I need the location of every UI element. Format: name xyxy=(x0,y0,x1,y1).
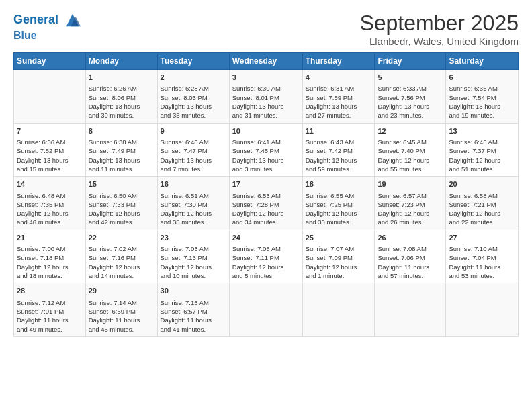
day-info: Daylight: 12 hours xyxy=(306,209,372,218)
day-info: Daylight: 12 hours xyxy=(17,263,83,271)
day-info: and 57 minutes. xyxy=(378,271,443,280)
calendar-cell: 9Sunrise: 6:40 AMSunset: 7:47 PMDaylight… xyxy=(157,123,229,177)
day-info: and 31 minutes. xyxy=(232,111,300,120)
calendar-header-row: Sunday Monday Tuesday Wednesday Thursday… xyxy=(14,53,519,70)
col-tuesday: Tuesday xyxy=(157,53,229,70)
calendar-cell: 1Sunrise: 6:26 AMSunset: 8:06 PMDaylight… xyxy=(85,70,157,124)
col-monday: Monday xyxy=(85,53,157,70)
day-info: Daylight: 12 hours xyxy=(161,263,226,271)
day-info: Sunrise: 6:30 AM xyxy=(232,84,300,93)
day-number: 29 xyxy=(89,286,154,296)
day-info: Sunrise: 7:02 AM xyxy=(89,244,154,253)
day-info: Daylight: 12 hours xyxy=(306,263,372,271)
calendar-cell: 15Sunrise: 6:50 AMSunset: 7:33 PMDayligh… xyxy=(85,177,157,230)
day-info: and 18 minutes. xyxy=(17,271,83,280)
day-info: Sunrise: 7:10 AM xyxy=(449,244,515,253)
day-info: Sunrise: 7:12 AM xyxy=(17,298,83,307)
calendar-cell: 24Sunrise: 7:05 AMSunset: 7:11 PMDayligh… xyxy=(229,230,302,283)
day-info: Sunrise: 6:28 AM xyxy=(161,84,226,93)
day-info: Daylight: 13 hours xyxy=(17,156,83,165)
header-row: General Blue September 2025 Llanbedr, Wa… xyxy=(13,11,519,47)
day-info: Sunrise: 6:55 AM xyxy=(306,191,372,200)
day-info: Sunset: 6:57 PM xyxy=(161,307,226,316)
day-info: Daylight: 11 hours xyxy=(161,316,226,324)
day-info: Daylight: 12 hours xyxy=(449,209,515,218)
day-info: and 22 minutes. xyxy=(449,218,515,226)
day-info: Sunrise: 7:15 AM xyxy=(161,298,226,307)
day-info: Sunrise: 6:43 AM xyxy=(306,138,372,146)
calendar-table: Sunday Monday Tuesday Wednesday Thursday… xyxy=(13,52,519,337)
calendar-cell: 8Sunrise: 6:38 AMSunset: 7:49 PMDaylight… xyxy=(85,123,157,177)
day-info: Daylight: 11 hours xyxy=(449,263,515,271)
col-thursday: Thursday xyxy=(302,53,375,70)
day-info: Sunset: 7:35 PM xyxy=(17,200,83,209)
calendar-cell: 19Sunrise: 6:57 AMSunset: 7:23 PMDayligh… xyxy=(375,177,446,230)
day-info: Sunset: 7:09 PM xyxy=(306,253,372,262)
day-info: Daylight: 12 hours xyxy=(89,263,154,271)
day-info: Sunset: 7:45 PM xyxy=(232,146,300,155)
col-saturday: Saturday xyxy=(446,53,519,70)
calendar-cell: 14Sunrise: 6:48 AMSunset: 7:35 PMDayligh… xyxy=(14,177,86,230)
day-info: Daylight: 13 hours xyxy=(89,156,154,165)
calendar-cell: 3Sunrise: 6:30 AMSunset: 8:01 PMDaylight… xyxy=(229,70,302,124)
day-info: Daylight: 13 hours xyxy=(161,102,226,111)
day-info: Sunset: 7:56 PM xyxy=(378,93,443,102)
calendar-cell: 29Sunrise: 7:14 AMSunset: 6:59 PMDayligh… xyxy=(85,283,157,337)
day-number: 3 xyxy=(232,73,300,83)
calendar-cell: 25Sunrise: 7:07 AMSunset: 7:09 PMDayligh… xyxy=(302,230,375,283)
calendar-cell xyxy=(446,283,519,337)
day-info: and 41 minutes. xyxy=(161,325,226,334)
logo-icon xyxy=(63,11,82,30)
day-info: and 45 minutes. xyxy=(89,325,154,334)
day-info: Sunset: 8:01 PM xyxy=(232,93,300,102)
day-info: Sunset: 7:42 PM xyxy=(306,146,372,155)
day-info: Daylight: 12 hours xyxy=(378,156,443,165)
col-friday: Friday xyxy=(375,53,446,70)
day-info: and 5 minutes. xyxy=(232,271,300,280)
day-info: and 55 minutes. xyxy=(378,165,443,173)
day-number: 18 xyxy=(306,179,372,189)
calendar-cell: 2Sunrise: 6:28 AMSunset: 8:03 PMDaylight… xyxy=(157,70,229,124)
day-info: Sunrise: 7:14 AM xyxy=(89,298,154,307)
day-info: Sunset: 8:06 PM xyxy=(89,93,154,102)
day-info: Sunrise: 6:53 AM xyxy=(232,191,300,200)
day-info: Daylight: 13 hours xyxy=(378,102,443,111)
calendar-cell xyxy=(302,283,375,337)
day-info: Sunset: 7:37 PM xyxy=(449,146,515,155)
day-info: and 38 minutes. xyxy=(161,218,226,226)
day-info: Sunset: 7:16 PM xyxy=(89,253,154,262)
day-info: Sunset: 7:25 PM xyxy=(306,200,372,209)
day-number: 23 xyxy=(161,233,226,243)
day-info: and 15 minutes. xyxy=(17,165,83,173)
day-info: Sunset: 7:13 PM xyxy=(161,253,226,262)
day-number: 1 xyxy=(89,73,154,83)
calendar-cell: 11Sunrise: 6:43 AMSunset: 7:42 PMDayligh… xyxy=(302,123,375,177)
day-info: Sunset: 8:03 PM xyxy=(161,93,226,102)
day-info: Sunset: 7:33 PM xyxy=(89,200,154,209)
day-info: Sunrise: 6:48 AM xyxy=(17,191,83,200)
day-info: Daylight: 13 hours xyxy=(232,156,300,165)
day-number: 8 xyxy=(89,126,154,136)
calendar-week-row: 1Sunrise: 6:26 AMSunset: 8:06 PMDaylight… xyxy=(14,70,519,124)
day-info: Sunrise: 6:31 AM xyxy=(306,84,372,93)
logo-general: General xyxy=(13,13,58,26)
day-number: 13 xyxy=(449,126,515,136)
day-info: Sunrise: 7:07 AM xyxy=(306,244,372,253)
page-container: General Blue September 2025 Llanbedr, Wa… xyxy=(0,0,532,344)
day-number: 24 xyxy=(232,233,300,243)
day-number: 6 xyxy=(449,73,515,83)
day-info: and 1 minute. xyxy=(306,271,372,280)
calendar-cell: 7Sunrise: 6:36 AMSunset: 7:52 PMDaylight… xyxy=(14,123,86,177)
day-info: Sunset: 7:40 PM xyxy=(378,146,443,155)
calendar-cell: 26Sunrise: 7:08 AMSunset: 7:06 PMDayligh… xyxy=(375,230,446,283)
day-info: Sunrise: 6:35 AM xyxy=(449,84,515,93)
calendar-cell: 17Sunrise: 6:53 AMSunset: 7:28 PMDayligh… xyxy=(229,177,302,230)
day-info: Sunset: 7:49 PM xyxy=(89,146,154,155)
day-info: Sunset: 7:52 PM xyxy=(17,146,83,155)
day-info: Daylight: 13 hours xyxy=(161,156,226,165)
day-number: 20 xyxy=(449,179,515,189)
day-number: 11 xyxy=(306,126,372,136)
day-info: Daylight: 13 hours xyxy=(306,102,372,111)
day-number: 14 xyxy=(17,179,83,189)
calendar-cell: 10Sunrise: 6:41 AMSunset: 7:45 PMDayligh… xyxy=(229,123,302,177)
